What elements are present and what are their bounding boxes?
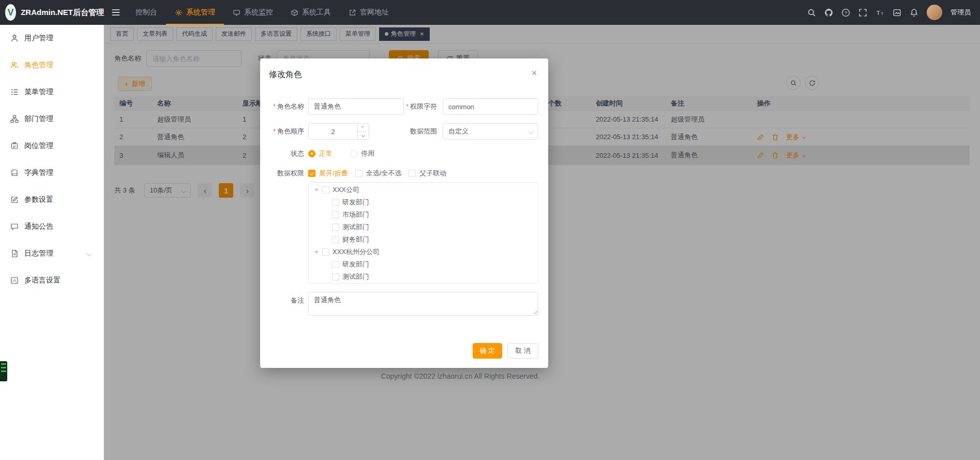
checkbox-expand-collapse[interactable]: 展开/折叠 — [308, 169, 348, 178]
stepper-controls — [357, 124, 369, 139]
tree-node-branch-company[interactable]: XXX杭州分公司 — [309, 246, 538, 258]
nav-console-label: 控制台 — [135, 8, 157, 17]
user-icon — [10, 34, 19, 42]
checkbox-select-all[interactable]: 全选/全不选 — [355, 169, 402, 178]
tree-node-dept[interactable]: 研发部门 — [309, 258, 538, 271]
nav-website-link-label: 官网地址 — [360, 8, 389, 17]
role-name-label: *角色名称 — [260, 102, 308, 111]
remark-textarea-wrap: 普通角色 — [308, 292, 538, 316]
sidebar-item-label: 参数设置 — [24, 195, 53, 204]
role-name-input[interactable] — [308, 98, 404, 115]
checkbox-box[interactable] — [332, 224, 339, 231]
search-icon[interactable] — [807, 8, 816, 17]
sidebar-item-label: 日志管理 — [24, 249, 53, 258]
sidebar-item-dictionary[interactable]: 字典管理 — [0, 159, 103, 186]
language-icon: A — [10, 276, 19, 285]
decrease-button[interactable] — [358, 132, 369, 140]
radio-label: 正常 — [319, 149, 333, 158]
sidebar-item-roles[interactable]: 角色管理 — [0, 52, 103, 79]
tree-expand-icon[interactable] — [314, 251, 319, 254]
checkbox-box[interactable] — [332, 199, 339, 206]
data-scope-select[interactable]: 自定义 — [443, 123, 538, 140]
status-radio-normal[interactable]: 正常 — [308, 149, 333, 158]
bell-icon[interactable] — [910, 8, 918, 17]
sidebar-item-departments[interactable]: 部门管理 — [0, 106, 103, 132]
role-key-input[interactable] — [443, 98, 538, 115]
radio-dot — [308, 150, 315, 157]
checkbox-parent-child-link[interactable]: 父子联动 — [409, 169, 446, 178]
badge-icon — [10, 142, 19, 150]
checkbox-box[interactable] — [322, 186, 329, 194]
chevron-up-icon — [361, 126, 365, 129]
confirm-button[interactable]: 确 定 — [473, 343, 503, 359]
sidebar-item-posts[interactable]: 岗位管理 — [0, 132, 103, 159]
checkbox-box[interactable] — [332, 273, 339, 280]
nav-system-management[interactable]: 系统管理 — [166, 0, 224, 25]
required-mark: * — [406, 102, 409, 110]
form-row-order-scope: *角色顺序 数据范围 自定义 — [260, 123, 538, 140]
sidebar-item-i18n[interactable]: A 多语言设置 — [0, 267, 103, 294]
nav-system-monitor-label: 系统监控 — [244, 8, 273, 17]
data-scope-label: 数据范围 — [369, 127, 443, 136]
sidebar-item-label: 岗位管理 — [24, 141, 53, 151]
checkbox-box[interactable] — [332, 211, 339, 218]
sidebar-item-users[interactable]: 用户管理 — [0, 25, 103, 52]
checkbox-box[interactable] — [332, 261, 339, 268]
tree-node-company[interactable]: XXX公司 — [309, 184, 538, 196]
nav-system-tools[interactable]: 系统工具 — [282, 0, 340, 25]
sidebar-item-label: 菜单管理 — [24, 87, 53, 97]
chevron-down-icon — [361, 133, 365, 137]
tree-node-label: 财务部门 — [342, 235, 369, 244]
status-label: 状态 — [260, 149, 308, 158]
tree-node-dept[interactable]: 财务部门 — [309, 233, 538, 246]
taskbar-thumbnail-widget[interactable] — [0, 361, 7, 381]
svg-text:?: ? — [845, 10, 847, 15]
svg-text:T: T — [877, 9, 880, 16]
tree-node-dept[interactable]: 测试部门 — [309, 271, 538, 283]
close-icon[interactable]: × — [529, 67, 540, 79]
sidebar-item-notices[interactable]: 通知公告 — [0, 213, 103, 240]
nav-console[interactable]: 控制台 — [127, 0, 166, 25]
tree-node-label: 研发部门 — [342, 198, 369, 207]
avatar[interactable] — [927, 5, 942, 20]
required-mark: * — [273, 127, 276, 135]
font-size-icon[interactable]: TT — [876, 8, 884, 17]
data-scope-value: 自定义 — [448, 127, 469, 136]
top-nav: 控制台 系统管理 系统监控 系统工具 — [127, 0, 398, 25]
required-mark: * — [273, 102, 276, 110]
nav-website-link[interactable]: 官网地址 — [340, 0, 398, 25]
tree-node-dept[interactable]: 市场部门 — [309, 209, 538, 221]
widget-stripe — [1, 370, 6, 372]
tree-node-dept[interactable]: 研发部门 — [309, 196, 538, 209]
nav-system-monitor[interactable]: 系统监控 — [224, 0, 282, 25]
increase-button[interactable] — [358, 124, 369, 132]
tree-expand-icon[interactable] — [314, 189, 319, 191]
widget-stripe — [1, 363, 6, 365]
hamburger-menu-icon[interactable] — [111, 8, 120, 17]
sidebar-item-label: 字典管理 — [24, 168, 53, 177]
top-bar: V ZRAdmin.NET后台管理 控制台 系统管理 系统监控 — [0, 0, 980, 25]
sidebar-item-parameters[interactable]: 参数设置 — [0, 186, 103, 213]
svg-text:T: T — [881, 11, 883, 16]
sidebar-item-menus[interactable]: 菜单管理 — [0, 79, 103, 106]
widget-stripe — [1, 367, 6, 368]
checkbox-box[interactable] — [332, 236, 339, 243]
fullscreen-icon[interactable] — [858, 8, 867, 17]
help-icon[interactable]: ? — [841, 8, 850, 17]
sidebar-item-logs[interactable]: 日志管理 — [0, 240, 103, 267]
image-icon[interactable] — [893, 8, 901, 17]
dialog-title: 修改角色 — [269, 69, 302, 80]
github-icon[interactable] — [824, 8, 833, 17]
status-radio-disabled[interactable]: 停用 — [350, 149, 374, 158]
sidebar-item-label: 部门管理 — [24, 114, 53, 124]
username[interactable]: 管理员 — [951, 8, 971, 17]
remark-textarea[interactable]: 普通角色 — [308, 292, 538, 316]
cancel-button[interactable]: 取 消 — [507, 343, 538, 359]
book-icon — [10, 169, 19, 177]
tree-node-label: 研发部门 — [342, 260, 369, 269]
checkbox-box[interactable] — [322, 248, 329, 256]
form-row-data-perm: 数据权限 展开/折叠 全选/全不选 父子联动 — [260, 169, 446, 178]
tree-node-dept[interactable]: 测试部门 — [309, 221, 538, 233]
form-row-remark: 备注 普通角色 — [260, 292, 538, 316]
role-order-label: *角色顺序 — [260, 127, 308, 136]
